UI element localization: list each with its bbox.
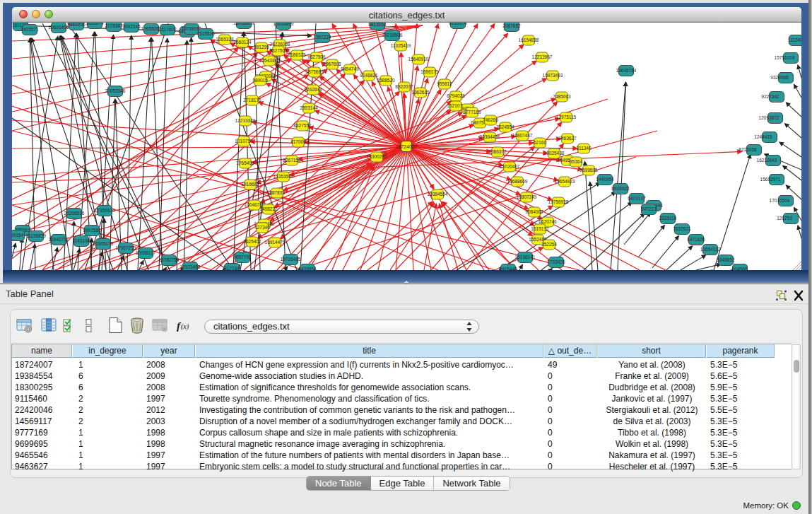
svg-text:9146821: 9146821 [360, 73, 378, 78]
svg-text:20206536: 20206536 [64, 211, 85, 216]
svg-text:2935114: 2935114 [659, 216, 677, 221]
svg-text:8215958: 8215958 [739, 147, 757, 152]
svg-text:10033809: 10033809 [273, 23, 294, 26]
svg-text:9498222: 9498222 [259, 206, 278, 211]
svg-text:7485063: 7485063 [553, 94, 571, 99]
svg-text:591295: 591295 [254, 45, 269, 49]
svg-text:989015: 989015 [252, 78, 268, 83]
svg-text:1065328: 1065328 [216, 37, 234, 42]
svg-text:1112406: 1112406 [788, 37, 801, 42]
svg-text:8427552: 8427552 [293, 123, 312, 128]
svg-text:817006: 817006 [290, 139, 306, 144]
svg-text:9997586: 9997586 [83, 228, 101, 233]
svg-text:9627508: 9627508 [269, 48, 288, 53]
svg-text:12905135: 12905135 [93, 241, 114, 246]
svg-text:127346: 127346 [254, 225, 270, 230]
svg-text:15720407: 15720407 [500, 164, 520, 169]
svg-text:1615132: 1615132 [531, 226, 549, 231]
svg-text:2967608: 2967608 [323, 62, 341, 66]
svg-text:12213349: 12213349 [235, 118, 256, 123]
svg-text:8660124: 8660124 [233, 40, 252, 45]
svg-text:1765493: 1765493 [236, 160, 254, 165]
svg-text:19218506: 19218506 [382, 33, 403, 37]
svg-text:12213967: 12213967 [532, 54, 553, 59]
svg-text:947213: 947213 [641, 206, 657, 211]
svg-text:2718176: 2718176 [243, 98, 261, 103]
svg-text:15751074: 15751074 [775, 55, 795, 60]
svg-text:6794028: 6794028 [447, 93, 465, 98]
svg-text:16782759: 16782759 [159, 257, 180, 262]
svg-text:9084067: 9084067 [525, 209, 543, 214]
svg-text:6479197: 6479197 [628, 196, 646, 201]
svg-text:9777169: 9777169 [463, 110, 481, 115]
svg-text:9657791: 9657791 [233, 255, 252, 259]
svg-text:10807487: 10807487 [512, 133, 533, 138]
svg-text:8471626: 8471626 [687, 237, 705, 242]
svg-text:8915440: 8915440 [499, 267, 517, 270]
svg-text:1010755: 1010755 [235, 139, 253, 144]
svg-text:9329966: 9329966 [770, 75, 789, 80]
svg-text:16053809: 16053809 [234, 23, 254, 25]
svg-text:19756928: 19756928 [548, 199, 569, 204]
svg-text:9092345: 9092345 [122, 24, 141, 29]
svg-text:8131074: 8131074 [449, 23, 467, 25]
svg-text:1916682: 1916682 [241, 182, 259, 187]
svg-text:11325419: 11325419 [391, 43, 411, 48]
svg-text:12975115: 12975115 [556, 115, 577, 119]
svg-text:1145194: 1145194 [73, 238, 90, 243]
svg-text:20364436: 20364436 [480, 134, 500, 139]
svg-text:2087682: 2087682 [502, 23, 521, 28]
svg-text:1653274: 1653274 [86, 23, 104, 25]
svg-text:18300295: 18300295 [367, 154, 387, 159]
svg-text:9242848: 9242848 [304, 87, 322, 92]
svg-text:15640910: 15640910 [408, 57, 429, 62]
svg-text:1244415: 1244415 [754, 134, 772, 139]
svg-text:9699695: 9699695 [579, 168, 598, 173]
svg-text:8813054: 8813054 [368, 23, 387, 27]
svg-text:817734: 817734 [224, 266, 240, 270]
svg-text:7625402: 7625402 [243, 239, 261, 244]
svg-text:9627506: 9627506 [307, 54, 326, 59]
svg-text:7386372: 7386372 [488, 149, 507, 154]
svg-text:95364: 95364 [570, 159, 582, 164]
svg-text:2175387: 2175387 [105, 23, 123, 28]
svg-text:1696175: 1696175 [420, 69, 439, 74]
svg-text:1527602: 1527602 [158, 27, 177, 32]
svg-text:7357224: 7357224 [313, 35, 331, 40]
svg-text:1405571: 1405571 [20, 27, 39, 32]
svg-text:9227342: 9227342 [761, 94, 779, 99]
svg-text:1440954: 1440954 [596, 177, 614, 182]
svg-text:8938923: 8938923 [611, 186, 630, 191]
svg-text:10543382: 10543382 [259, 58, 280, 63]
svg-text:12093872: 12093872 [759, 115, 779, 120]
svg-text:17010504: 17010504 [770, 198, 790, 203]
svg-text:10654112: 10654112 [700, 247, 721, 252]
svg-text:9433554: 9433554 [298, 267, 317, 270]
svg-text:10973493: 10973493 [543, 73, 563, 78]
svg-text:12923468: 12923468 [180, 264, 201, 269]
svg-text:9882206: 9882206 [67, 23, 86, 27]
svg-text:10958117: 10958117 [136, 250, 156, 255]
svg-text:2803144: 2803144 [300, 105, 318, 110]
svg-text:3624554: 3624554 [496, 124, 514, 129]
svg-text:1588520: 1588520 [377, 78, 395, 83]
svg-text:7632621: 7632621 [673, 226, 691, 231]
svg-text:19654923: 19654923 [555, 179, 575, 184]
svg-text:19716485: 19716485 [281, 257, 301, 262]
svg-text:17957255: 17957255 [116, 245, 136, 250]
svg-text:8267150: 8267150 [283, 158, 301, 163]
svg-text:20691406: 20691406 [49, 25, 69, 30]
svg-text:11353594: 11353594 [273, 174, 294, 179]
svg-text:19384554: 19384554 [428, 192, 448, 197]
svg-text:6120746: 6120746 [539, 219, 557, 224]
svg-text:9245652: 9245652 [717, 257, 735, 262]
svg-text:1733426: 1733426 [547, 259, 565, 264]
svg-text:62160: 62160 [534, 140, 546, 145]
svg-text:18807249: 18807249 [517, 194, 537, 199]
svg-text:3875685: 3875685 [305, 69, 324, 74]
svg-text:8454749: 8454749 [341, 66, 359, 71]
svg-text:7515526: 7515526 [196, 31, 215, 36]
svg-text:16914479: 16914479 [265, 240, 286, 245]
svg-text:15136141: 15136141 [515, 255, 536, 259]
svg-text:8186325: 8186325 [288, 52, 306, 57]
